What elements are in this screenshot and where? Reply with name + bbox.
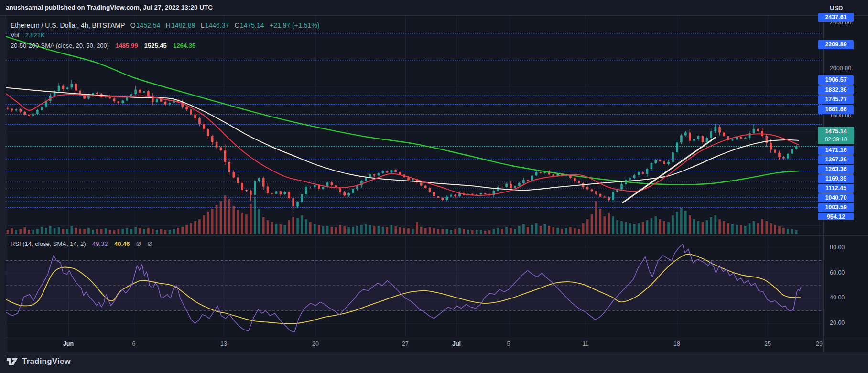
volume-label: Vol <box>11 32 19 39</box>
ohlc-open-label: O <box>130 21 136 29</box>
rsi-scale-label: 40.00 <box>830 294 845 301</box>
ohlc-high-value: 1482.89 <box>171 21 195 29</box>
time-axis-label: 25 <box>764 341 771 347</box>
rsi-scale-label: 80.00 <box>830 244 845 251</box>
sma200-value: 1264.35 <box>173 42 195 49</box>
rsi-scale-label: 20.00 <box>830 320 845 326</box>
time-axis-label: 27 <box>402 341 409 347</box>
rsi-pane <box>6 244 823 332</box>
price-level-badge: 1112.45 <box>818 184 854 193</box>
sma20-value: 1485.99 <box>115 42 138 49</box>
price-level-badge: 2437.61 <box>818 13 854 22</box>
time-axis[interactable]: Jun6132027Jul511182529 <box>6 337 823 352</box>
price-level-badge: 1169.35 <box>818 174 854 183</box>
time-axis-label: 29 <box>816 341 823 347</box>
ohlc-close-label: C <box>235 21 239 29</box>
rsi-legend[interactable]: RSI (14, close, SMA, 14, 2) 49.32 40.46 … <box>11 239 152 248</box>
sma50-line <box>6 87 799 190</box>
tradingview-published-page: anushsamal published on TradingView.com,… <box>0 0 868 373</box>
price-level-badge: 1367.26 <box>818 155 854 164</box>
volume-legend[interactable]: Vol 2.821K <box>11 31 45 39</box>
ohlc-low-label: L <box>201 21 205 29</box>
ohlc-low-value: 1446.37 <box>205 21 229 29</box>
drawn-trendline[interactable] <box>623 138 716 203</box>
price-level-badge: 1040.70 <box>818 193 854 202</box>
volume-layer <box>7 195 798 234</box>
price-level-badge: 1263.36 <box>818 165 854 174</box>
logo-text: TradingView <box>22 357 71 366</box>
ohlc-close-value: 1475.14 <box>240 21 264 29</box>
tradingview-logo[interactable]: TradingView <box>7 356 71 367</box>
symbol-legend[interactable]: Ethereum / U.S. Dollar, 4h, BITSTAMP O14… <box>11 21 319 30</box>
current-price-value: 1475.14 <box>825 127 846 136</box>
price-level-badge: 1471.16 <box>818 146 854 155</box>
change-readout: +21.97 (+1.51%) <box>270 21 319 29</box>
currency-label: USD <box>830 4 843 11</box>
ohlc-high-label: H <box>166 21 171 29</box>
time-axis-label: Jul <box>452 341 461 347</box>
tradingview-logo-icon <box>7 356 18 367</box>
price-scale-label: 2000.00 <box>830 65 851 72</box>
time-axis-label: 18 <box>673 341 680 347</box>
time-axis-label: 5 <box>507 341 510 347</box>
price-level-badge: 1003.59 <box>818 203 854 212</box>
bar-countdown: 02:39:10 <box>825 136 847 143</box>
price-level-badge: 1906.57 <box>818 75 854 85</box>
price-level-badge: 1832.36 <box>818 85 854 95</box>
price-level-badge: 1661.66 <box>818 105 854 114</box>
rsi-empty-icon: Ø <box>148 240 152 247</box>
price-level-badge: 2209.89 <box>818 40 854 49</box>
volume-value: 2.821K <box>25 32 45 39</box>
rsi-label: RSI (14, close, SMA, 14, 2) <box>11 240 86 247</box>
price-level-badge: 1745.77 <box>818 95 854 104</box>
time-axis-label: 13 <box>220 341 227 347</box>
sma-lines <box>6 37 799 196</box>
sma-legend[interactable]: 20-50-200-SMA (close, 20, 50, 200) 1485.… <box>11 41 195 50</box>
chart-canvas[interactable] <box>0 0 868 373</box>
symbol-title: Ethereum / U.S. Dollar, 4h, BITSTAMP <box>11 21 125 29</box>
price-level-badge: 954.12 <box>818 213 854 220</box>
rsi-empty-icon: Ø <box>136 240 141 247</box>
current-price-badge: 1475.1402:39:10 <box>818 127 854 144</box>
time-axis-label: 11 <box>583 341 589 347</box>
time-axis-label: Jun <box>63 341 74 347</box>
rsi-value: 49.32 <box>92 240 108 247</box>
price-axis[interactable]: USD 2400.002000.001600.002437.612209.891… <box>817 0 862 220</box>
sma50-value: 1525.45 <box>144 42 167 49</box>
rsi-ma-value: 40.46 <box>114 240 130 247</box>
ohlc-open-value: 1452.54 <box>136 21 161 29</box>
time-axis-label: 20 <box>312 341 319 347</box>
time-axis-label: 6 <box>132 341 136 347</box>
sma-label: 20-50-200-SMA (close, 20, 50, 200) <box>11 42 109 49</box>
rsi-scale-label: 60.00 <box>830 269 845 276</box>
